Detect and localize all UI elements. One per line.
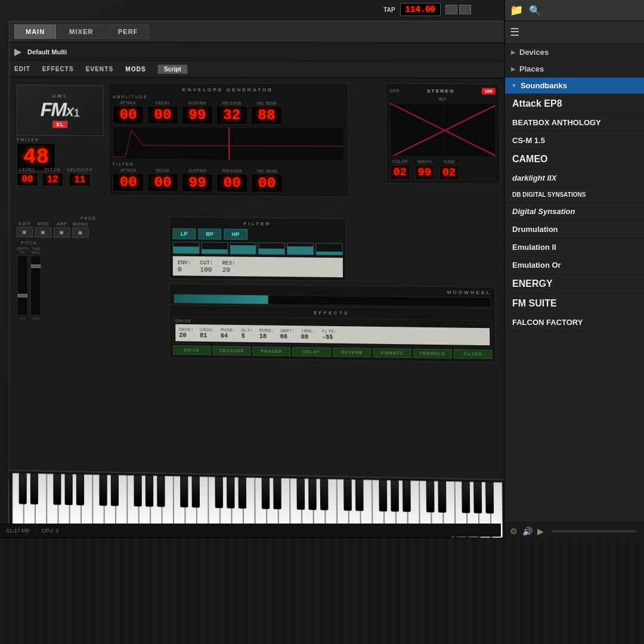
- volume-icon[interactable]: 🔊: [522, 527, 532, 536]
- soundbank-item[interactable]: Emulation Or: [505, 256, 644, 274]
- soundbank-item[interactable]: darklight IIX: [505, 169, 644, 187]
- mono-button[interactable]: ▣: [72, 227, 88, 237]
- fx-btn-drive[interactable]: DRIVE: [173, 345, 211, 355]
- edit-button[interactable]: ▣: [17, 227, 33, 237]
- uni-button[interactable]: UNI: [482, 88, 496, 94]
- white-key[interactable]: [127, 475, 139, 531]
- filter-bar-2[interactable]: [201, 242, 228, 255]
- transport-btn-2[interactable]: [459, 5, 471, 14]
- perf-tab[interactable]: PERF: [107, 24, 150, 39]
- pitch-label: PITCH: [45, 168, 60, 172]
- tap-label[interactable]: TAP: [383, 7, 395, 13]
- level-label: LEVEL: [19, 168, 35, 172]
- color-value[interactable]: 02: [390, 165, 410, 179]
- mod-button[interactable]: ▣: [35, 227, 51, 237]
- hp-button[interactable]: HP: [224, 229, 247, 240]
- settings-icon[interactable]: ⚙: [510, 527, 518, 536]
- amp-release-value[interactable]: 32: [216, 106, 247, 125]
- time-slider-track[interactable]: [30, 255, 41, 315]
- white-key[interactable]: [81, 474, 92, 529]
- progress-bar[interactable]: [551, 530, 637, 532]
- white-key[interactable]: [35, 473, 47, 528]
- flt-release-value[interactable]: 00: [216, 174, 248, 193]
- amp-decay-value[interactable]: 00: [147, 106, 179, 125]
- amp-attack-value[interactable]: 00: [113, 106, 144, 124]
- pitch-value[interactable]: 12: [42, 173, 63, 186]
- fx-btn-filter[interactable]: FILTER: [454, 349, 493, 359]
- white-key[interactable]: [24, 473, 35, 528]
- drve-label: DRVE:: [179, 327, 194, 332]
- places-item[interactable]: ▶ Places: [505, 61, 644, 78]
- white-key[interactable]: [116, 475, 128, 530]
- flt-velsens-value[interactable]: 00: [251, 174, 283, 193]
- fx-btn-delay[interactable]: DELAY: [292, 347, 330, 357]
- soundbank-item[interactable]: FM SUITE: [505, 294, 644, 314]
- mono-btn-label: MONO: [73, 222, 88, 226]
- amp-sustain-value[interactable]: 99: [181, 106, 213, 125]
- soundbanks-item[interactable]: ▼ Soundbanks: [505, 78, 644, 94]
- level-value[interactable]: 00: [17, 173, 38, 186]
- soundbank-item[interactable]: Emulation II: [505, 239, 644, 256]
- filter-bar-6[interactable]: [315, 243, 342, 255]
- soundbank-item[interactable]: CAMEO: [505, 150, 644, 169]
- white-key[interactable]: [150, 475, 162, 531]
- white-key[interactable]: [13, 473, 24, 528]
- soundbank-item[interactable]: DB DIGITAL SYNSATIONS: [505, 187, 644, 203]
- amp-velsens-value[interactable]: 88: [250, 106, 282, 125]
- folder-icon[interactable]: 📁: [510, 4, 523, 17]
- mixer-tab[interactable]: MIXER: [58, 24, 104, 39]
- white-key[interactable]: [162, 476, 174, 531]
- filter-bar-5[interactable]: [287, 243, 314, 255]
- script-tab[interactable]: Script: [158, 64, 187, 73]
- edit-tab[interactable]: EDIT: [14, 66, 30, 72]
- play-icon[interactable]: ▶: [537, 527, 544, 536]
- time-slider-thumb[interactable]: [31, 264, 41, 268]
- stereo-visualizer: [390, 103, 496, 157]
- soundbank-item[interactable]: Drumulation: [505, 221, 644, 239]
- transport-btn-1[interactable]: [445, 5, 457, 14]
- bpm-display[interactable]: 114.00: [400, 3, 441, 16]
- width-value[interactable]: 99: [414, 165, 434, 180]
- arp-button[interactable]: ▣: [54, 227, 70, 237]
- flt-sustain-label: SUSTAIN: [188, 169, 206, 173]
- lp-button[interactable]: LP: [173, 228, 196, 240]
- white-key[interactable]: [58, 474, 69, 529]
- hamburger-icon[interactable]: ☰: [510, 26, 519, 38]
- white-key[interactable]: [104, 475, 116, 530]
- soundbank-name: Drumulation: [512, 225, 637, 234]
- white-key[interactable]: [139, 475, 151, 531]
- search-icon[interactable]: 🔍: [529, 5, 541, 16]
- soundbank-item[interactable]: Digital Synsation: [505, 203, 644, 221]
- filter-bar-3[interactable]: [230, 242, 256, 255]
- depth-slider-track[interactable]: [17, 255, 28, 315]
- preset-prev-arrow[interactable]: ▶: [14, 46, 21, 57]
- effects-tab[interactable]: EFFECTS: [42, 66, 74, 72]
- mods-tab[interactable]: MODS: [125, 66, 145, 72]
- flt-decay-value[interactable]: 00: [147, 173, 179, 192]
- velocity-value[interactable]: 11: [69, 173, 91, 186]
- fx-btn-reverb[interactable]: REVERB: [333, 348, 371, 357]
- white-key[interactable]: [47, 473, 58, 528]
- soundbank-item[interactable]: CS-M 1.5: [505, 132, 644, 150]
- tune-value[interactable]: 02: [439, 165, 459, 180]
- fx-btn-tremolo[interactable]: TREMOLO: [413, 349, 452, 358]
- soundbank-item[interactable]: Attack EP8: [505, 94, 644, 114]
- depth-slider-thumb[interactable]: [18, 293, 27, 297]
- filter-bar-1[interactable]: [173, 242, 200, 254]
- level-pitch-vel: LEVEL 00 PITCH 12 VELOCITY 11: [17, 168, 92, 187]
- flt-sustain-value[interactable]: 99: [182, 174, 213, 193]
- white-key[interactable]: [92, 475, 104, 530]
- flt-attack-value[interactable]: 00: [113, 173, 144, 192]
- fx-btn-vibrato[interactable]: VIBRATO: [373, 348, 411, 358]
- soundbank-item[interactable]: FALCON FACTORY: [505, 314, 644, 332]
- bp-button[interactable]: BP: [198, 228, 221, 240]
- fx-btn-phaser[interactable]: PHASER: [253, 346, 291, 356]
- fx-btn-crusher[interactable]: CRUSHER: [213, 346, 251, 355]
- soundbank-item[interactable]: BEATBOX ANTHOLOGY: [505, 114, 644, 132]
- events-tab[interactable]: EVENTS: [86, 66, 113, 72]
- white-key[interactable]: [70, 474, 81, 529]
- main-tab[interactable]: MAIN: [14, 24, 56, 39]
- soundbank-item[interactable]: ENERGY: [505, 274, 644, 294]
- devices-item[interactable]: ▶ Devices: [505, 44, 644, 61]
- filter-bar-4[interactable]: [258, 242, 285, 255]
